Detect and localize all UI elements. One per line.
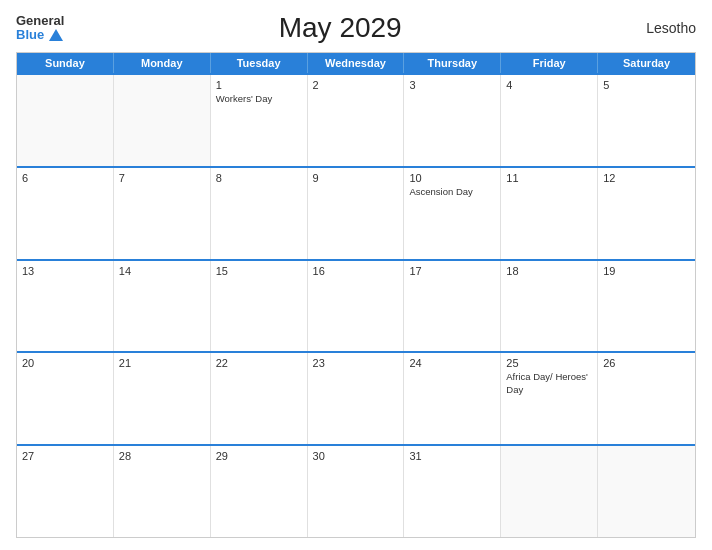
calendar-cell: 30	[308, 446, 405, 537]
week-4: 202122232425Africa Day/ Heroes' Day26	[17, 351, 695, 444]
calendar-cell: 28	[114, 446, 211, 537]
calendar-cell: 27	[17, 446, 114, 537]
day-number: 5	[603, 79, 690, 91]
day-number: 2	[313, 79, 399, 91]
calendar-cell: 12	[598, 168, 695, 259]
calendar-cell: 21	[114, 353, 211, 444]
day-number: 22	[216, 357, 302, 369]
day-number: 4	[506, 79, 592, 91]
day-number: 21	[119, 357, 205, 369]
day-number: 15	[216, 265, 302, 277]
day-number: 25	[506, 357, 592, 369]
day-number: 29	[216, 450, 302, 462]
calendar-cell: 6	[17, 168, 114, 259]
logo: General Blue	[16, 14, 64, 43]
day-number: 24	[409, 357, 495, 369]
header-tuesday: Tuesday	[211, 53, 308, 73]
header-saturday: Saturday	[598, 53, 695, 73]
calendar-cell: 9	[308, 168, 405, 259]
day-number: 18	[506, 265, 592, 277]
calendar-cell: 26	[598, 353, 695, 444]
calendar-cell	[114, 75, 211, 166]
calendar-cell: 31	[404, 446, 501, 537]
day-number: 6	[22, 172, 108, 184]
day-number: 14	[119, 265, 205, 277]
day-number: 27	[22, 450, 108, 462]
calendar-cell: 17	[404, 261, 501, 352]
day-number: 17	[409, 265, 495, 277]
calendar-cell: 22	[211, 353, 308, 444]
calendar-cell: 3	[404, 75, 501, 166]
header-thursday: Thursday	[404, 53, 501, 73]
day-number: 13	[22, 265, 108, 277]
event-label: Workers' Day	[216, 93, 302, 105]
calendar-cell: 5	[598, 75, 695, 166]
calendar-cell: 14	[114, 261, 211, 352]
day-number: 30	[313, 450, 399, 462]
calendar-cell: 23	[308, 353, 405, 444]
calendar-header: Sunday Monday Tuesday Wednesday Thursday…	[17, 53, 695, 73]
calendar-cell: 7	[114, 168, 211, 259]
day-number: 31	[409, 450, 495, 462]
calendar-cell: 4	[501, 75, 598, 166]
day-number: 28	[119, 450, 205, 462]
day-number: 8	[216, 172, 302, 184]
day-number: 23	[313, 357, 399, 369]
calendar-cell	[501, 446, 598, 537]
calendar-cell: 16	[308, 261, 405, 352]
calendar-title: May 2029	[64, 12, 616, 44]
day-number: 20	[22, 357, 108, 369]
day-number: 19	[603, 265, 690, 277]
calendar-cell: 18	[501, 261, 598, 352]
calendar-cell: 20	[17, 353, 114, 444]
calendar-cell: 8	[211, 168, 308, 259]
header-sunday: Sunday	[17, 53, 114, 73]
calendar-cell	[598, 446, 695, 537]
day-number: 16	[313, 265, 399, 277]
week-3: 13141516171819	[17, 259, 695, 352]
event-label: Africa Day/ Heroes' Day	[506, 371, 592, 396]
page: General Blue May 2029 Lesotho Sunday Mon…	[0, 0, 712, 550]
logo-triangle-icon	[49, 29, 63, 41]
day-number: 26	[603, 357, 690, 369]
day-number: 9	[313, 172, 399, 184]
header-monday: Monday	[114, 53, 211, 73]
calendar-cell: 13	[17, 261, 114, 352]
header: General Blue May 2029 Lesotho	[16, 12, 696, 44]
day-number: 1	[216, 79, 302, 91]
calendar-cell: 29	[211, 446, 308, 537]
calendar-body: 1Workers' Day2345678910Ascension Day1112…	[17, 73, 695, 537]
calendar: Sunday Monday Tuesday Wednesday Thursday…	[16, 52, 696, 538]
week-5: 2728293031	[17, 444, 695, 537]
calendar-cell: 19	[598, 261, 695, 352]
calendar-cell: 15	[211, 261, 308, 352]
day-number: 11	[506, 172, 592, 184]
day-number: 3	[409, 79, 495, 91]
calendar-cell: 1Workers' Day	[211, 75, 308, 166]
calendar-cell: 11	[501, 168, 598, 259]
logo-blue-text: Blue	[16, 28, 63, 42]
week-1: 1Workers' Day2345	[17, 73, 695, 166]
calendar-cell: 10Ascension Day	[404, 168, 501, 259]
header-wednesday: Wednesday	[308, 53, 405, 73]
week-2: 678910Ascension Day1112	[17, 166, 695, 259]
day-number: 7	[119, 172, 205, 184]
calendar-cell: 25Africa Day/ Heroes' Day	[501, 353, 598, 444]
calendar-cell: 2	[308, 75, 405, 166]
calendar-cell	[17, 75, 114, 166]
logo-general-text: General	[16, 14, 64, 28]
day-number: 10	[409, 172, 495, 184]
day-number: 12	[603, 172, 690, 184]
event-label: Ascension Day	[409, 186, 495, 198]
calendar-cell: 24	[404, 353, 501, 444]
header-friday: Friday	[501, 53, 598, 73]
country-label: Lesotho	[616, 20, 696, 36]
